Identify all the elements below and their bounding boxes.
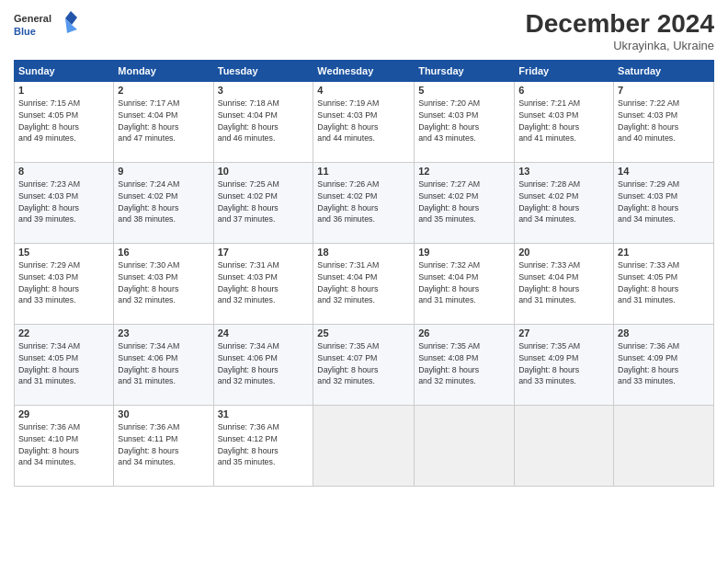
col-sunday: Sunday	[15, 61, 114, 82]
day-cell: 19 Sunrise: 7:32 AMSunset: 4:04 PMDaylig…	[415, 244, 515, 325]
logo-svg: General Blue	[14, 9, 78, 42]
day-info: Sunrise: 7:25 AMSunset: 4:02 PMDaylight:…	[218, 178, 310, 225]
day-info: Sunrise: 7:29 AMSunset: 4:03 PMDaylight:…	[618, 178, 710, 225]
col-saturday: Saturday	[614, 61, 714, 82]
col-tuesday: Tuesday	[213, 61, 313, 82]
day-info: Sunrise: 7:36 AMSunset: 4:10 PMDaylight:…	[18, 421, 109, 468]
svg-text:Blue: Blue	[14, 26, 36, 37]
day-cell	[415, 406, 515, 487]
calendar-body: 1 Sunrise: 7:15 AMSunset: 4:05 PMDayligh…	[15, 82, 714, 487]
day-cell: 14 Sunrise: 7:29 AMSunset: 4:03 PMDaylig…	[614, 163, 714, 244]
day-number: 22	[18, 327, 109, 339]
day-cell: 29 Sunrise: 7:36 AMSunset: 4:10 PMDaylig…	[15, 406, 114, 487]
day-cell: 5 Sunrise: 7:20 AMSunset: 4:03 PMDayligh…	[415, 82, 515, 163]
day-cell: 17 Sunrise: 7:31 AMSunset: 4:03 PMDaylig…	[213, 244, 313, 325]
day-cell: 30 Sunrise: 7:36 AMSunset: 4:11 PMDaylig…	[114, 406, 213, 487]
header-row: Sunday Monday Tuesday Wednesday Thursday…	[15, 61, 714, 82]
col-thursday: Thursday	[415, 61, 515, 82]
day-number: 14	[618, 166, 710, 177]
day-number: 18	[317, 247, 410, 258]
day-number: 20	[518, 247, 609, 258]
day-cell: 24 Sunrise: 7:34 AMSunset: 4:06 PMDaylig…	[213, 325, 313, 406]
header: General Blue December 2024 Ukrayinka, Uk…	[14, 9, 714, 52]
col-friday: Friday	[515, 61, 614, 82]
day-cell: 2 Sunrise: 7:17 AMSunset: 4:04 PMDayligh…	[114, 82, 213, 163]
day-info: Sunrise: 7:34 AMSunset: 4:05 PMDaylight:…	[18, 340, 109, 387]
week-row-3: 15 Sunrise: 7:29 AMSunset: 4:03 PMDaylig…	[15, 244, 714, 325]
day-number: 6	[518, 85, 609, 96]
week-row-2: 8 Sunrise: 7:23 AMSunset: 4:03 PMDayligh…	[15, 163, 714, 244]
day-cell	[614, 406, 714, 487]
day-info: Sunrise: 7:15 AMSunset: 4:05 PMDaylight:…	[18, 98, 109, 144]
day-cell: 25 Sunrise: 7:35 AMSunset: 4:07 PMDaylig…	[313, 325, 415, 406]
day-number: 10	[218, 166, 310, 177]
day-info: Sunrise: 7:17 AMSunset: 4:04 PMDaylight:…	[118, 98, 209, 144]
day-cell: 21 Sunrise: 7:33 AMSunset: 4:05 PMDaylig…	[614, 244, 714, 325]
day-info: Sunrise: 7:36 AMSunset: 4:11 PMDaylight:…	[118, 421, 209, 468]
day-info: Sunrise: 7:35 AMSunset: 4:08 PMDaylight:…	[418, 340, 510, 387]
day-number: 17	[218, 247, 310, 258]
day-info: Sunrise: 7:24 AMSunset: 4:02 PMDaylight:…	[118, 178, 209, 225]
day-info: Sunrise: 7:23 AMSunset: 4:03 PMDaylight:…	[18, 178, 109, 225]
day-cell: 23 Sunrise: 7:34 AMSunset: 4:06 PMDaylig…	[114, 325, 213, 406]
logo: General Blue	[14, 9, 78, 42]
day-info: Sunrise: 7:18 AMSunset: 4:04 PMDaylight:…	[218, 98, 310, 144]
day-cell: 20 Sunrise: 7:33 AMSunset: 4:04 PMDaylig…	[515, 244, 614, 325]
week-row-5: 29 Sunrise: 7:36 AMSunset: 4:10 PMDaylig…	[15, 406, 714, 487]
day-number: 9	[118, 166, 209, 177]
day-number: 30	[118, 408, 209, 419]
day-info: Sunrise: 7:21 AMSunset: 4:03 PMDaylight:…	[518, 98, 609, 144]
day-info: Sunrise: 7:33 AMSunset: 4:05 PMDaylight:…	[618, 259, 710, 306]
day-info: Sunrise: 7:36 AMSunset: 4:12 PMDaylight:…	[218, 421, 310, 468]
day-info: Sunrise: 7:20 AMSunset: 4:03 PMDaylight:…	[418, 98, 510, 144]
day-info: Sunrise: 7:35 AMSunset: 4:07 PMDaylight:…	[317, 340, 410, 387]
day-cell: 4 Sunrise: 7:19 AMSunset: 4:03 PMDayligh…	[313, 82, 415, 163]
svg-text:General: General	[14, 13, 51, 24]
day-number: 23	[118, 327, 209, 339]
day-info: Sunrise: 7:36 AMSunset: 4:09 PMDaylight:…	[618, 340, 710, 387]
day-number: 15	[18, 247, 109, 258]
day-info: Sunrise: 7:30 AMSunset: 4:03 PMDaylight:…	[118, 259, 209, 306]
day-number: 4	[317, 85, 410, 96]
month-title: December 2024	[526, 9, 714, 39]
day-info: Sunrise: 7:22 AMSunset: 4:03 PMDaylight:…	[618, 98, 710, 144]
day-cell: 31 Sunrise: 7:36 AMSunset: 4:12 PMDaylig…	[213, 406, 313, 487]
day-number: 8	[18, 166, 109, 177]
day-number: 5	[418, 85, 510, 96]
col-wednesday: Wednesday	[313, 61, 415, 82]
calendar-page: General Blue December 2024 Ukrayinka, Uk…	[0, 0, 728, 563]
day-info: Sunrise: 7:28 AMSunset: 4:02 PMDaylight:…	[518, 178, 609, 225]
day-number: 1	[18, 85, 109, 96]
day-cell: 6 Sunrise: 7:21 AMSunset: 4:03 PMDayligh…	[515, 82, 614, 163]
day-cell: 12 Sunrise: 7:27 AMSunset: 4:02 PMDaylig…	[415, 163, 515, 244]
day-number: 2	[118, 85, 209, 96]
day-cell: 1 Sunrise: 7:15 AMSunset: 4:05 PMDayligh…	[15, 82, 114, 163]
day-info: Sunrise: 7:34 AMSunset: 4:06 PMDaylight:…	[218, 340, 310, 387]
day-cell	[515, 406, 614, 487]
calendar-header: Sunday Monday Tuesday Wednesday Thursday…	[15, 61, 714, 82]
location: Ukrayinka, Ukraine	[526, 39, 714, 52]
day-number: 12	[418, 166, 510, 177]
day-cell: 16 Sunrise: 7:30 AMSunset: 4:03 PMDaylig…	[114, 244, 213, 325]
day-info: Sunrise: 7:29 AMSunset: 4:03 PMDaylight:…	[18, 259, 109, 306]
day-info: Sunrise: 7:26 AMSunset: 4:02 PMDaylight:…	[317, 178, 410, 225]
day-number: 28	[618, 327, 710, 339]
day-info: Sunrise: 7:33 AMSunset: 4:04 PMDaylight:…	[518, 259, 609, 306]
day-number: 3	[218, 85, 310, 96]
day-cell: 11 Sunrise: 7:26 AMSunset: 4:02 PMDaylig…	[313, 163, 415, 244]
day-cell: 3 Sunrise: 7:18 AMSunset: 4:04 PMDayligh…	[213, 82, 313, 163]
day-cell: 28 Sunrise: 7:36 AMSunset: 4:09 PMDaylig…	[614, 325, 714, 406]
day-cell: 26 Sunrise: 7:35 AMSunset: 4:08 PMDaylig…	[415, 325, 515, 406]
day-cell	[313, 406, 415, 487]
day-cell: 15 Sunrise: 7:29 AMSunset: 4:03 PMDaylig…	[15, 244, 114, 325]
day-cell: 8 Sunrise: 7:23 AMSunset: 4:03 PMDayligh…	[15, 163, 114, 244]
day-cell: 27 Sunrise: 7:35 AMSunset: 4:09 PMDaylig…	[515, 325, 614, 406]
day-number: 31	[218, 408, 310, 419]
day-number: 29	[18, 408, 109, 419]
day-number: 7	[618, 85, 710, 96]
col-monday: Monday	[114, 61, 213, 82]
day-number: 13	[518, 166, 609, 177]
day-cell: 22 Sunrise: 7:34 AMSunset: 4:05 PMDaylig…	[15, 325, 114, 406]
week-row-4: 22 Sunrise: 7:34 AMSunset: 4:05 PMDaylig…	[15, 325, 714, 406]
day-number: 21	[618, 247, 710, 258]
